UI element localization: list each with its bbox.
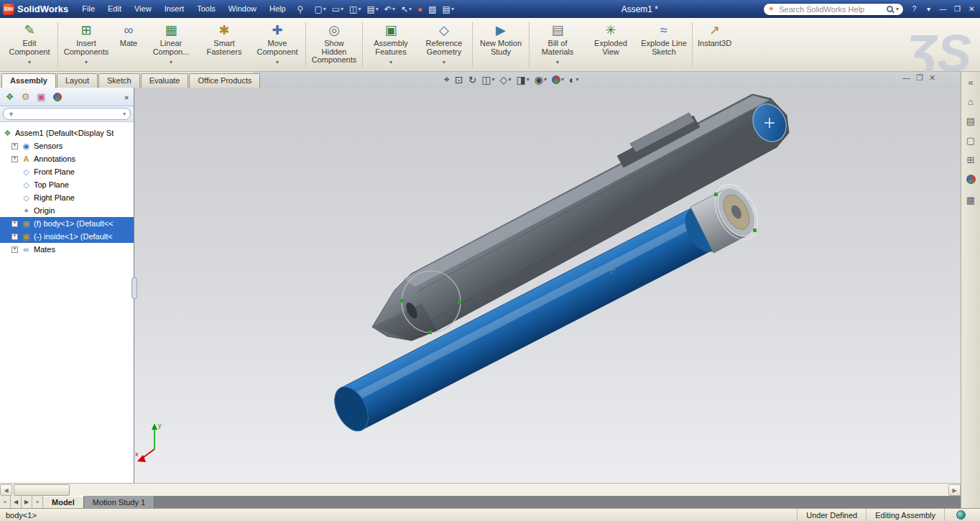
- panel-splitter-handle[interactable]: [131, 277, 137, 299]
- tree-item-sensors[interactable]: ◉ Sensors: [0, 139, 134, 152]
- doc-restore-button[interactable]: ❐: [916, 73, 923, 83]
- menu-help[interactable]: Help: [263, 0, 292, 18]
- collapse-taskpane-button[interactable]: «: [968, 78, 973, 88]
- new-motion-study-button[interactable]: ▶ New Motion Study: [474, 20, 527, 69]
- zoom-to-area-button[interactable]: ⊡: [453, 73, 465, 86]
- chevron-down-icon[interactable]: ▾: [358, 6, 361, 12]
- search-input[interactable]: [777, 4, 884, 14]
- screen-capture-button[interactable]: ▧: [425, 2, 439, 17]
- new-document-button[interactable]: ▢▾: [311, 2, 328, 17]
- print-button[interactable]: ▤▾: [364, 2, 381, 17]
- options-button[interactable]: ▤▾: [440, 2, 457, 17]
- display-style-button[interactable]: ◨▾: [514, 73, 530, 86]
- view-palette-button[interactable]: ⊞: [967, 155, 975, 165]
- dropdown-arrow-icon[interactable]: [389, 57, 392, 63]
- expand-icon[interactable]: [11, 143, 18, 149]
- instant3d-button[interactable]: ↗ Instant3D: [694, 20, 735, 69]
- hide-show-items-button[interactable]: ◉▾: [533, 73, 548, 86]
- minimize-button[interactable]: —: [937, 3, 949, 15]
- linear-component-pattern-button[interactable]: ▦ Linear Compon...: [144, 20, 198, 69]
- scroll-left-arrow[interactable]: ◀: [0, 484, 12, 496]
- chevron-down-icon[interactable]: ▾: [575, 76, 578, 83]
- tab-evaluate[interactable]: Evaluate: [141, 73, 189, 88]
- tab-scroll-last-button[interactable]: »: [32, 496, 43, 508]
- tab-office-products[interactable]: Office Products: [189, 73, 260, 88]
- scrollbar-thumb[interactable]: [14, 484, 70, 496]
- mate-button[interactable]: ∞ Mate: [113, 20, 144, 69]
- select-button[interactable]: ↖▾: [398, 2, 415, 17]
- graphics-area[interactable]: y x: [134, 88, 961, 483]
- tree-item-inside[interactable]: ▣ (-) inside<1> (Default<: [0, 230, 134, 243]
- tab-scroll-first-button[interactable]: «: [0, 496, 11, 508]
- chevron-down-icon[interactable]: ▾: [451, 6, 454, 12]
- chevron-down-icon[interactable]: ▾: [544, 76, 547, 83]
- menu-file[interactable]: File: [75, 0, 101, 18]
- tree-item-top-plane[interactable]: ◇ Top Plane: [0, 178, 134, 191]
- edit-component-button[interactable]: ✎ Edit Component: [3, 20, 56, 69]
- tree-filter-field[interactable]: ▼ ▾: [3, 108, 131, 120]
- chevron-down-icon[interactable]: ▾: [527, 76, 530, 83]
- explode-line-sketch-button[interactable]: ≈ Explode Line Sketch: [637, 20, 690, 69]
- chevron-down-icon[interactable]: ▾: [508, 76, 511, 83]
- tree-item-front-plane[interactable]: ◇ Front Plane: [0, 165, 134, 178]
- tab-layout[interactable]: Layout: [57, 73, 98, 88]
- doc-close-button[interactable]: ✕: [929, 73, 935, 83]
- smart-fasteners-button[interactable]: ✱ Smart Fasteners: [198, 20, 251, 69]
- appearances-scenes-button[interactable]: [966, 175, 976, 186]
- save-button[interactable]: ◫▾: [346, 2, 364, 17]
- expand-icon[interactable]: [11, 234, 18, 240]
- previous-view-button[interactable]: ↻: [467, 73, 479, 86]
- configurationmanager-tab[interactable]: ▣: [34, 90, 48, 103]
- open-button[interactable]: ▭▾: [329, 2, 346, 17]
- dropdown-arrow-icon[interactable]: [276, 57, 279, 63]
- menu-view[interactable]: View: [128, 0, 158, 18]
- menu-tools[interactable]: Tools: [190, 0, 222, 18]
- menu-edit[interactable]: Edit: [101, 0, 128, 18]
- bill-of-materials-button[interactable]: ▤ Bill of Materials: [531, 20, 584, 69]
- dropdown-arrow-icon[interactable]: [85, 57, 88, 63]
- help-chevron-icon[interactable]: ▾: [923, 3, 935, 15]
- tab-scroll-prev-button[interactable]: ◀: [11, 496, 22, 508]
- edit-appearance-button[interactable]: ▾: [550, 73, 565, 86]
- tree-item-annotations[interactable]: A Annotations: [0, 152, 134, 165]
- undo-button[interactable]: ↶▾: [382, 2, 398, 17]
- show-hidden-components-button[interactable]: ◎ Show Hidden Components: [308, 20, 361, 69]
- tab-scroll-next-button[interactable]: ▶: [22, 496, 32, 508]
- chevron-down-icon[interactable]: ▾: [341, 6, 343, 12]
- tree-item-body[interactable]: ▣ (f) body<1> (Default<<: [0, 217, 134, 230]
- view-orientation-button[interactable]: ◇▾: [499, 73, 513, 86]
- search-options-chevron-icon[interactable]: ▾: [896, 6, 899, 12]
- zoom-to-fit-button[interactable]: ⌖: [443, 73, 451, 86]
- featuremanager-tree-tab[interactable]: ❖: [3, 90, 17, 103]
- displaymanager-tab[interactable]: [50, 90, 64, 103]
- scroll-right-arrow[interactable]: ▶: [948, 484, 961, 496]
- record-macro-button[interactable]: ●: [415, 2, 425, 17]
- propertymanager-tab[interactable]: ⚙: [19, 90, 32, 103]
- expand-icon[interactable]: [11, 246, 18, 253]
- graphics-viewport[interactable]: y x: [134, 88, 961, 483]
- file-explorer-button[interactable]: ▢: [966, 136, 975, 146]
- close-button[interactable]: ✕: [966, 3, 978, 15]
- menu-insert[interactable]: Insert: [158, 0, 191, 18]
- doc-minimize-button[interactable]: —: [902, 73, 910, 83]
- tree-item-right-plane[interactable]: ◇ Right Plane: [0, 191, 134, 204]
- tree-item-assembly-root[interactable]: ❖ Assem1 (Default<Display St: [0, 126, 134, 139]
- move-component-button[interactable]: ✚ Move Component: [251, 20, 304, 69]
- dropdown-arrow-icon[interactable]: [170, 57, 172, 63]
- chevron-down-icon[interactable]: ▾: [561, 76, 564, 83]
- menu-window[interactable]: Window: [222, 0, 263, 18]
- chevron-down-icon[interactable]: ▾: [376, 6, 379, 12]
- panel-overflow-chevron[interactable]: »: [122, 93, 131, 101]
- insert-components-button[interactable]: ⊞ Insert Components: [60, 20, 113, 69]
- design-library-button[interactable]: ▤: [966, 116, 975, 126]
- expand-icon[interactable]: [11, 156, 18, 162]
- chevron-down-icon[interactable]: ▾: [392, 6, 395, 12]
- tab-sketch[interactable]: Sketch: [98, 73, 140, 88]
- exploded-view-button[interactable]: ✳ Exploded View: [584, 20, 637, 69]
- help-button[interactable]: ?: [908, 3, 920, 15]
- dropdown-arrow-icon[interactable]: [556, 57, 559, 63]
- restore-button[interactable]: ❐: [951, 3, 963, 15]
- tree-item-mates[interactable]: ∞ Mates: [0, 243, 134, 256]
- assembly-features-button[interactable]: ▣ Assembly Features: [364, 20, 417, 69]
- tab-model[interactable]: Model: [43, 496, 84, 508]
